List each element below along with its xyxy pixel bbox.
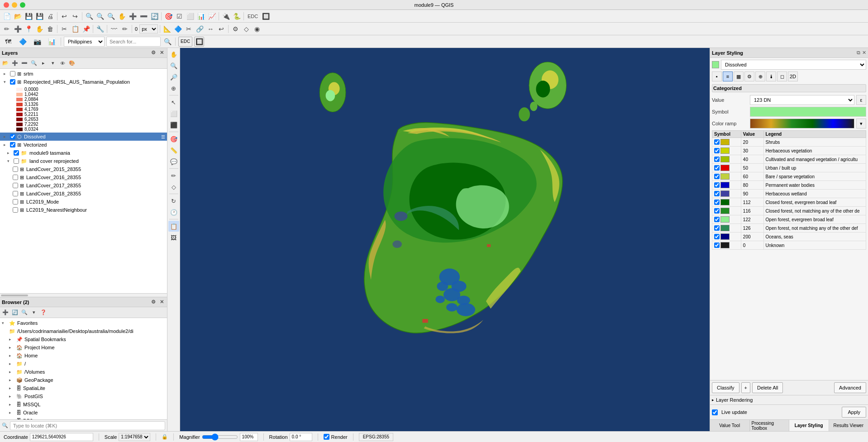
open-attr-btn[interactable]: 📊 (196, 11, 206, 21)
select-btn[interactable]: ☑ (174, 11, 184, 21)
vertex-btn[interactable]: ◇ (168, 181, 179, 192)
fill-ring-btn[interactable]: ◉ (252, 24, 262, 34)
open-project-btn[interactable]: 📂 (13, 11, 23, 21)
zoom-layer-btn[interactable]: 🔍 (95, 11, 105, 21)
layers-theme-btn[interactable]: 🎨 (67, 59, 76, 68)
snap-btn[interactable]: 🔧 (95, 24, 105, 34)
single-symbol-btn[interactable]: ▪ (712, 71, 722, 81)
browser-help-btn[interactable]: ❓ (39, 308, 48, 317)
expand-arrow[interactable]: ▸ (4, 71, 9, 76)
color-ramp-options-btn[interactable]: ▾ (856, 119, 866, 128)
layer-item[interactable]: ⊞ LandCover_2018_28355 (0, 190, 167, 198)
minimize-button[interactable] (12, 2, 17, 8)
layer-item[interactable]: ⊞ LC2019_NearestNeighbour (0, 206, 167, 214)
zoom-in-tool-btn[interactable]: 🔍 (168, 60, 179, 71)
pan-btn[interactable]: ✋ (117, 11, 127, 21)
rotate-btn[interactable]: 🔄 (149, 11, 159, 21)
copy-features-btn[interactable]: 📋 (70, 24, 80, 34)
identify-tool-btn[interactable]: 🎯 (168, 133, 179, 144)
inverted-polygon-btn[interactable]: ◻ (777, 71, 787, 81)
search-go-btn[interactable]: 🔍 (162, 37, 172, 47)
rotation-unit-select[interactable]: px mm (139, 24, 158, 33)
magnifier-slider[interactable] (202, 433, 238, 441)
advanced-btn[interactable]: Advanced (834, 382, 866, 393)
split-btn[interactable]: ✂ (184, 24, 194, 34)
rule-based-btn[interactable]: ⚙ (744, 71, 754, 81)
layer-checkbox[interactable] (13, 199, 18, 204)
search-input[interactable] (106, 37, 161, 47)
rotate-canvas-btn[interactable]: ↻ (168, 195, 179, 206)
layer-checkbox[interactable] (14, 158, 19, 164)
zoom-in-btn[interactable]: ➕ (128, 11, 138, 21)
edc-badge[interactable]: EDC (178, 37, 192, 47)
symbol-checkbox[interactable] (714, 191, 720, 196)
digitize-btn[interactable]: ✏ (168, 170, 179, 181)
digitize-curved-btn[interactable]: 〰 (109, 24, 119, 34)
expand-arrow[interactable]: ▸ (4, 134, 9, 139)
delete-feature-btn[interactable]: 🗑 (45, 24, 55, 34)
layer-item[interactable]: ▸ ⊞ srtm (0, 70, 167, 78)
apply-btn[interactable]: Apply (842, 407, 866, 418)
reshape-btn[interactable]: 🔷 (173, 24, 183, 34)
cut-features-btn[interactable]: ✂ (59, 24, 69, 34)
zoom-out-tool-btn[interactable]: 🔎 (168, 71, 179, 82)
add-layer-btn[interactable]: 🗺 (2, 37, 14, 47)
edc-btn[interactable]: EDC (246, 11, 260, 21)
touch-zoom-btn[interactable]: ⊕ (168, 83, 179, 94)
tab-layer-styling[interactable]: Layer Styling (789, 420, 829, 431)
symbol-checkbox[interactable] (714, 174, 720, 179)
layer-checkbox[interactable] (14, 150, 19, 156)
expand-arrow[interactable]: ▸ (7, 151, 13, 155)
zoom-selection-btn[interactable]: 🔍 (106, 11, 116, 21)
expand-arrow[interactable]: ▾ (7, 159, 13, 163)
browser-item[interactable]: ▸ 🏠 Home (0, 352, 167, 360)
tab-processing-toolbox[interactable]: Processing Toolbox (750, 420, 790, 431)
undo-btn[interactable]: ↩ (59, 11, 69, 21)
merge-btn[interactable]: 🔗 (195, 24, 205, 34)
layer-item[interactable]: ▸ 📁 module9 tasmania (0, 149, 167, 157)
layer-item[interactable]: ▾ ⊞ Reprojected_HRSL_AUS_Tasmania_Popula… (0, 78, 167, 86)
classify-btn[interactable]: Classify (712, 382, 739, 393)
layer-item[interactable]: ⊞ LandCover_2017_28355 (0, 181, 167, 190)
zoom-out-btn[interactable]: ➖ (138, 11, 148, 21)
symbol-checkbox[interactable] (714, 157, 720, 162)
layer-checkbox[interactable] (13, 166, 18, 172)
coordinate-input[interactable] (30, 433, 93, 441)
float-btn[interactable]: ⧉ (857, 50, 860, 56)
layer-checkbox[interactable] (10, 71, 15, 76)
layer-item[interactable]: ▾ 📁 land cover reprojected (0, 157, 167, 165)
offset-btn[interactable]: ↔ (205, 24, 215, 34)
render-checkbox[interactable] (324, 434, 329, 440)
layer-item[interactable]: ⊞ LandCover_2015_28355 (0, 165, 167, 173)
layers-scrollbar[interactable] (0, 293, 167, 297)
print-btn[interactable]: 🖨 (45, 11, 55, 21)
trace-btn[interactable]: 📐 (162, 24, 172, 34)
graduated-btn[interactable]: ▦ (734, 71, 744, 81)
point-displacement-btn[interactable]: ⊕ (755, 71, 765, 81)
categorized-btn[interactable]: ≡ (723, 71, 733, 81)
zoom-full-btn[interactable]: 🔍 (84, 11, 94, 21)
dissolved-layer-item[interactable]: ▸ ⬡ Dissolved ☰ (0, 133, 167, 141)
layer-item[interactable]: ⊞ LandCover_2016_28355 (0, 173, 167, 181)
symbol-checkbox[interactable] (714, 148, 720, 153)
layers-panel-settings[interactable]: ⚙ (150, 49, 157, 57)
locate-input[interactable] (10, 421, 165, 430)
identify-btn[interactable]: 🎯 (163, 11, 173, 21)
browser-add-btn[interactable]: ➕ (1, 308, 10, 317)
layer-checkbox[interactable] (10, 142, 15, 147)
close-button[interactable] (4, 2, 9, 8)
layers-panel-close[interactable]: ✕ (158, 49, 165, 57)
layers-add-btn[interactable]: ➕ (10, 59, 19, 68)
browser-favorites[interactable]: ▾ ⭐ Favorites (0, 319, 167, 327)
deselect-tool-btn[interactable]: ⬛ (168, 119, 179, 130)
layout-btn[interactable]: 🖼 (168, 232, 179, 243)
layers-expand-btn[interactable]: ▸ (39, 59, 48, 68)
add-feature-btn[interactable]: ➕ (13, 24, 23, 34)
symbol-preview[interactable] (750, 107, 866, 117)
add-point-btn[interactable]: 📍 (24, 24, 33, 34)
save-as-btn[interactable]: 💾 (34, 11, 44, 21)
add-raster-btn[interactable]: 📷 (31, 37, 43, 47)
value-expression-btn[interactable]: ε (856, 95, 866, 105)
symbol-checkbox[interactable] (714, 242, 720, 248)
browser-item[interactable]: ▸ 🐘 PostGIS (0, 392, 167, 400)
